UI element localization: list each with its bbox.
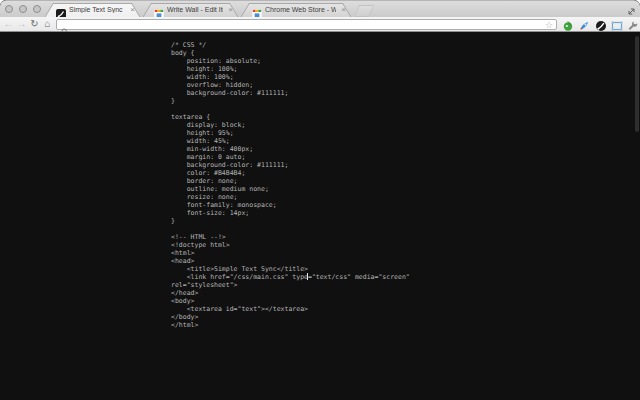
browser-window: Simple Text Sync × Write Wall - Edit Ite…: [0, 0, 640, 400]
bookmark-star-icon[interactable]: ☆: [545, 19, 553, 31]
window-resize-icon[interactable]: [626, 3, 637, 14]
tab-title: Chrome Web Store - Windo: [265, 6, 336, 13]
reload-icon[interactable]: ↻: [28, 17, 41, 31]
new-tab-button[interactable]: [354, 5, 374, 17]
back-icon[interactable]: ←: [2, 17, 15, 31]
home-icon[interactable]: ⌂: [41, 17, 54, 31]
tab-write-wall[interactable]: Write Wall - Edit Item ×: [142, 3, 239, 18]
page-content: /* CSS */ body { position: absolute; hei…: [0, 32, 640, 400]
tab-close-icon[interactable]: ×: [130, 5, 135, 15]
search-icon: [61, 22, 69, 30]
scrollbar-thumb[interactable]: [635, 36, 639, 132]
window-zoom-button[interactable]: [33, 5, 41, 13]
code-after-cursor: ="text/css" media="screen" rel="styleshe…: [171, 273, 410, 329]
tab-title: Simple Text Sync: [69, 6, 125, 13]
code-before-cursor: /* CSS */ body { position: absolute; hei…: [171, 41, 308, 281]
pen-extension-icon[interactable]: [595, 18, 607, 30]
tab-strip: Simple Text Sync × Write Wall - Edit Ite…: [0, 0, 640, 17]
capture-extension-icon[interactable]: [611, 18, 623, 30]
navigation-toolbar: ← → ↻ ⌂ ☆: [0, 17, 640, 32]
window-close-button[interactable]: [5, 5, 13, 13]
window-minimize-button[interactable]: [19, 5, 27, 13]
wrench-menu-icon[interactable]: [627, 18, 639, 30]
tab-close-icon[interactable]: ×: [228, 5, 233, 15]
rocket-extension-icon[interactable]: [578, 18, 590, 30]
tab-simple-text-sync[interactable]: Simple Text Sync ×: [44, 3, 141, 18]
address-bar[interactable]: ☆: [56, 19, 557, 30]
web-store-icon: [252, 5, 262, 15]
tab-chrome-web-store[interactable]: Chrome Web Store - Windo ×: [240, 3, 352, 18]
pen-dark-icon: [56, 5, 66, 15]
code-editor-textarea[interactable]: /* CSS */ body { position: absolute; hei…: [171, 41, 410, 329]
tab-title: Write Wall - Edit Item: [167, 6, 223, 13]
tab-close-icon[interactable]: ×: [341, 5, 346, 15]
colored-app-icon: [154, 5, 164, 15]
forward-icon[interactable]: →: [15, 17, 28, 31]
green-extension-icon[interactable]: [562, 18, 574, 30]
